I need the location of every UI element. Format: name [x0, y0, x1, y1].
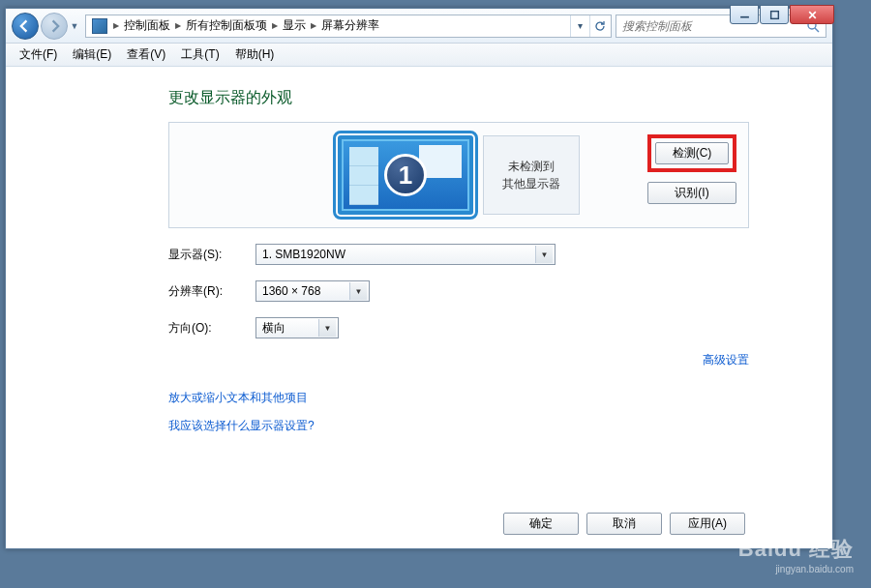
window-controls: [729, 5, 834, 26]
monitor-preview-panel: 1 未检测到 其他显示器 检测(C) 识别(I): [168, 122, 749, 228]
detect-button[interactable]: 检测(C): [655, 142, 729, 164]
identify-button[interactable]: 识别(I): [647, 182, 736, 204]
label-orientation: 方向(O):: [168, 320, 255, 337]
chevron-right-icon: ▶: [111, 21, 121, 30]
link-which-settings[interactable]: 我应该选择什么显示器设置?: [168, 419, 315, 432]
chevron-right-icon: ▶: [309, 21, 318, 30]
chevron-down-icon: ▼: [535, 246, 553, 263]
watermark-brand: Baidu 经验: [738, 537, 854, 561]
nav-row: ▼ ▶ 控制面板 ▶ 所有控制面板项 ▶ 显示 ▶ 屏幕分辨率 ▾: [6, 9, 832, 44]
menu-view[interactable]: 查看(V): [119, 44, 173, 65]
minimize-button[interactable]: [730, 5, 759, 24]
crumb-resolution[interactable]: 屏幕分辨率: [318, 17, 382, 34]
crumb-all-items[interactable]: 所有控制面板项: [183, 17, 270, 34]
label-display: 显示器(S):: [168, 247, 255, 263]
close-button[interactable]: [790, 5, 834, 24]
link-advanced-settings[interactable]: 高级设置: [168, 352, 749, 368]
select-orientation[interactable]: 横向 ▼: [255, 317, 339, 338]
forward-button[interactable]: [41, 13, 68, 40]
select-resolution[interactable]: 1360 × 768 ▼: [255, 280, 370, 302]
menu-edit[interactable]: 编辑(E): [65, 44, 119, 65]
window: ▼ ▶ 控制面板 ▶ 所有控制面板项 ▶ 显示 ▶ 屏幕分辨率 ▾ 文件(F) …: [5, 8, 833, 549]
crumb-display[interactable]: 显示: [280, 17, 309, 34]
select-display[interactable]: 1. SMB1920NW ▼: [255, 244, 556, 265]
maximize-button[interactable]: [760, 5, 789, 24]
chevron-down-icon: ▼: [318, 319, 336, 337]
chevron-right-icon: ▶: [173, 21, 183, 30]
select-resolution-value: 1360 × 768: [262, 284, 320, 298]
address-dropdown[interactable]: ▾: [570, 15, 589, 37]
row-resolution: 分辨率(R): 1360 × 768 ▼: [168, 280, 832, 302]
link-text-size[interactable]: 放大或缩小文本和其他项目: [168, 391, 308, 404]
chevron-down-icon: ▼: [349, 282, 367, 300]
monitor-number-badge: 1: [384, 154, 427, 196]
row-display: 显示器(S): 1. SMB1920NW ▼: [168, 244, 832, 265]
no-detect-line1: 未检测到: [508, 160, 555, 173]
page-heading: 更改显示器的外观: [168, 88, 832, 108]
back-button[interactable]: [12, 13, 39, 40]
svg-line-5: [815, 28, 819, 32]
chevron-right-icon: ▶: [270, 21, 280, 30]
crumb-control-panel[interactable]: 控制面板: [121, 17, 173, 34]
monitor-group: 1 未检测到 其他显示器: [338, 135, 580, 215]
select-display-value: 1. SMB1920NW: [262, 248, 345, 261]
menu-tools[interactable]: 工具(T): [173, 44, 226, 65]
address-bar[interactable]: ▶ 控制面板 ▶ 所有控制面板项 ▶ 显示 ▶ 屏幕分辨率 ▾: [85, 15, 612, 38]
label-resolution: 分辨率(R):: [168, 283, 255, 300]
svg-rect-1: [770, 11, 778, 18]
history-dropdown[interactable]: ▼: [68, 13, 81, 40]
monitor-side-buttons: 检测(C) 识别(I): [647, 134, 736, 204]
nav-buttons: ▼: [12, 13, 81, 40]
menu-file[interactable]: 文件(F): [12, 44, 65, 65]
menu-bar: 文件(F) 编辑(E) 查看(V) 工具(T) 帮助(H): [6, 44, 832, 67]
watermark-sub: jingyan.baidu.com: [738, 564, 854, 574]
refresh-button[interactable]: [589, 15, 609, 37]
select-orientation-value: 横向: [262, 320, 285, 337]
watermark: Baidu 经验 jingyan.baidu.com: [738, 535, 854, 574]
control-panel-icon: [92, 18, 107, 34]
no-detect-line2: 其他显示器: [502, 177, 560, 191]
dialog-buttons: 确定 取消 应用(A): [503, 513, 745, 535]
menu-help[interactable]: 帮助(H): [227, 44, 283, 65]
no-other-display-tile[interactable]: 未检测到 其他显示器: [483, 135, 580, 215]
content-area: 更改显示器的外观 1 未检测到 其他显示器 检测(C): [6, 69, 832, 548]
apply-button[interactable]: 应用(A): [670, 513, 745, 535]
highlight-frame: 检测(C): [647, 134, 736, 172]
ok-button[interactable]: 确定: [503, 513, 579, 535]
cancel-button[interactable]: 取消: [586, 513, 662, 535]
monitor-1[interactable]: 1: [338, 135, 473, 215]
monitor-screen-decor: [349, 147, 378, 205]
row-orientation: 方向(O): 横向 ▼: [168, 317, 832, 338]
